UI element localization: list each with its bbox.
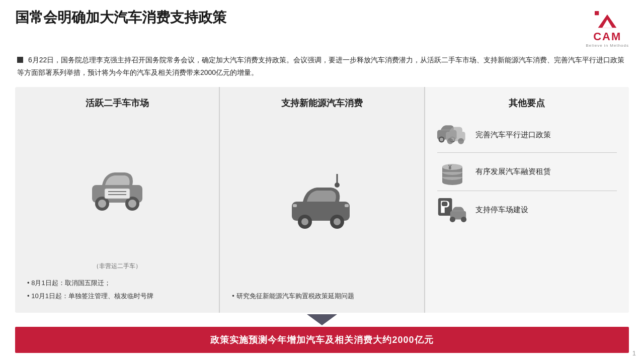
finance-icon: ¥: [438, 158, 466, 186]
cam-logo-icon: [595, 11, 620, 31]
card-other-title: 其他要点: [437, 97, 617, 109]
point-row-finance: ¥ 有序发展汽车融资租赁: [437, 153, 617, 191]
svg-text:¥: ¥: [448, 164, 452, 171]
import-car-icon-area: [437, 122, 467, 147]
card-used-car-icon-area: [27, 117, 207, 258]
cam-logo-subtext: Believe in Methods: [586, 43, 629, 48]
parking-icon: [437, 196, 467, 224]
cards-area: 活跃二手车市场: [15, 87, 629, 313]
card-used-car-title: 活跃二手车市场: [27, 97, 207, 109]
card-used-car: 活跃二手车市场: [15, 87, 220, 313]
page-container: 国常会明确加大汽车消费支持政策 CAM Believe in Methods 6…: [0, 0, 644, 362]
bullet-item-2: 10月1日起：单独签注管理、核发临时号牌: [27, 290, 207, 303]
cam-logo-text: CAM: [593, 30, 621, 43]
intro-text: 6月22日，国务院总理李克强主持召开国务院常务会议，确定加大汽车消费支持政策。会…: [15, 54, 629, 79]
card-ev-car-title: 支持新能源汽车消费: [232, 97, 412, 109]
svg-point-5: [98, 200, 106, 208]
svg-rect-2: [595, 11, 599, 15]
ev-car-icon: [287, 174, 357, 229]
svg-point-42: [461, 217, 466, 222]
import-car-icon: [437, 122, 467, 147]
svg-rect-8: [105, 189, 130, 199]
bullet-item-1: 8月1日起：取消国五限迁；: [27, 277, 207, 290]
page-title: 国常会明确加大汽车消费支持政策: [15, 9, 226, 26]
finance-icon-area: ¥: [437, 158, 467, 186]
card-ev-car: 支持新能源汽车消费: [220, 87, 425, 313]
card-used-car-bullets: 8月1日起：取消国五限迁； 10月1日起：单独签注管理、核发临时号牌: [27, 277, 207, 303]
page-number: 1: [632, 349, 636, 357]
header: 国常会明确加大汽车消费支持政策 CAM Believe in Methods: [15, 9, 629, 48]
point-row-import: 完善汽车平行进口政策: [437, 117, 617, 153]
bullet-ev-1: 研究免征新能源汽车购置税政策延期问题: [232, 290, 412, 303]
bottom-banner: 政策实施预测今年增加汽车及相关消费大约2000亿元: [15, 327, 629, 353]
svg-point-12: [335, 183, 340, 188]
svg-rect-19: [345, 204, 349, 207]
intro-content: 6月22日，国务院总理李克强主持召开国务院常务会议，确定加大汽车消费支持政策。会…: [17, 56, 624, 76]
svg-rect-18: [293, 204, 297, 207]
point-text-import: 完善汽车平行进口政策: [475, 130, 551, 140]
svg-point-15: [301, 218, 308, 225]
svg-point-27: [458, 138, 464, 144]
other-points: 完善汽车平行进口政策: [437, 117, 617, 303]
svg-point-17: [334, 218, 341, 225]
bottom-banner-text: 政策实施预测今年增加汽车及相关消费大约2000亿元: [210, 335, 433, 345]
svg-point-7: [128, 200, 136, 208]
card-used-car-subtitle: （非营运二手车）: [27, 262, 207, 270]
svg-point-26: [447, 138, 453, 144]
point-text-finance: 有序发展汽车融资租赁: [475, 167, 551, 176]
down-arrow-icon: [307, 314, 337, 325]
logo-area: CAM Believe in Methods: [586, 11, 629, 48]
card-other: 其他要点: [425, 87, 629, 313]
svg-rect-39: [442, 202, 448, 206]
svg-point-22: [440, 138, 443, 141]
used-car-icon: [87, 162, 147, 213]
bullet-icon: [17, 57, 23, 63]
point-row-parking: 支持停车场建设: [437, 191, 617, 229]
svg-point-41: [450, 217, 455, 222]
card-ev-car-icon-area: [232, 117, 412, 286]
card-ev-car-bullets: 研究免征新能源汽车购置税政策延期问题: [232, 290, 412, 303]
svg-point-34: [442, 164, 462, 170]
parking-icon-area: [437, 196, 467, 224]
arrow-divider: [15, 313, 629, 327]
point-text-parking: 支持停车场建设: [475, 205, 528, 215]
